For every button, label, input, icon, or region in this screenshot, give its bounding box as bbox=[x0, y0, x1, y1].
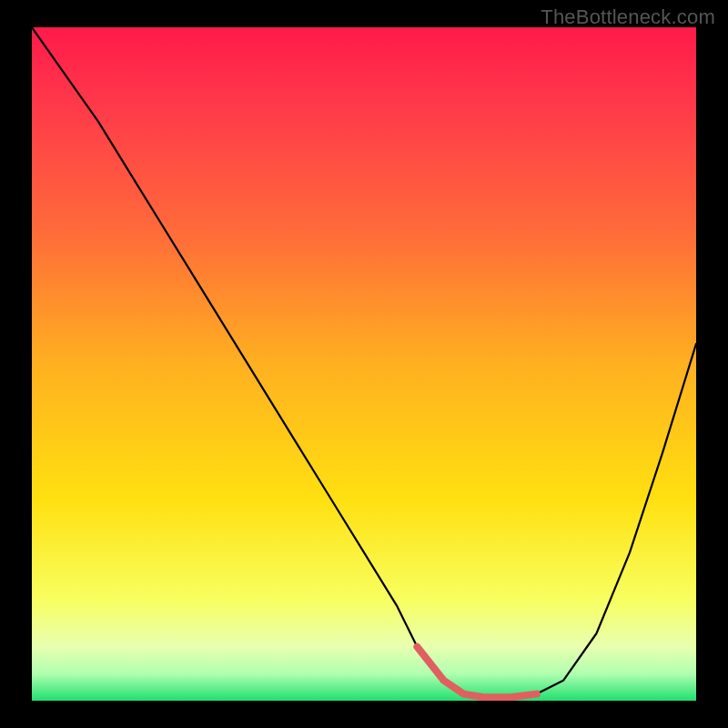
chart-background bbox=[32, 27, 696, 701]
chart-plot bbox=[32, 27, 696, 701]
watermark-label: TheBottleneck.com bbox=[541, 5, 715, 29]
chart-root: TheBottleneck.com bbox=[0, 0, 728, 728]
chart-svg bbox=[32, 27, 696, 701]
